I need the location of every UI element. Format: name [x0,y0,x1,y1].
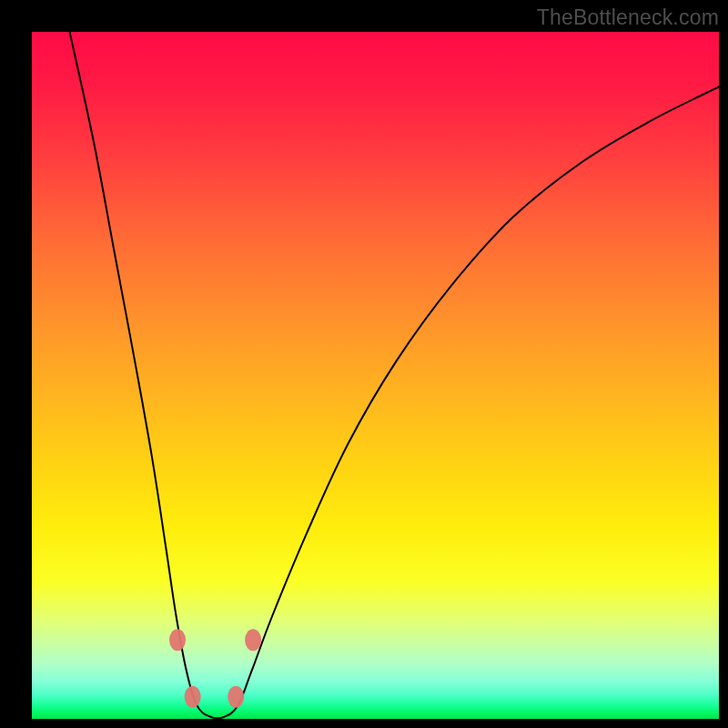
bottleneck-curve [70,32,719,718]
branding-watermark: TheBottleneck.com [537,5,719,30]
curve-svg [32,32,719,719]
curve-marker [245,629,261,651]
plot-area [32,32,719,719]
curve-marker [228,686,244,708]
chart-frame: TheBottleneck.com [0,0,728,728]
curve-marker [169,629,186,651]
curve-marker [185,686,201,708]
marker-group [169,629,261,708]
